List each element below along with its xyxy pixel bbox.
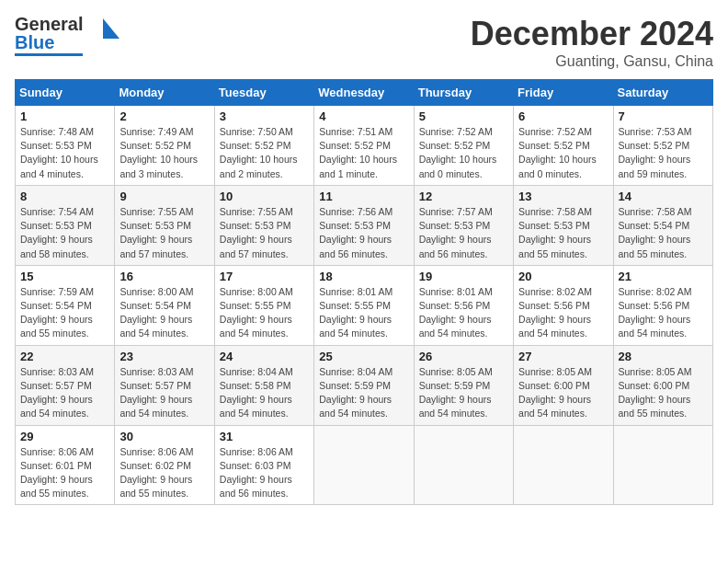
calendar-cell: 7Sunrise: 7:53 AMSunset: 5:52 PMDaylight…: [613, 106, 712, 186]
day-number: 19: [419, 270, 508, 283]
calendar-body: 1Sunrise: 7:48 AMSunset: 5:53 PMDaylight…: [16, 106, 713, 505]
calendar-cell: 1Sunrise: 7:48 AMSunset: 5:53 PMDaylight…: [16, 106, 115, 186]
header-thursday: Thursday: [414, 80, 513, 106]
calendar-cell: 8Sunrise: 7:54 AMSunset: 5:53 PMDaylight…: [16, 185, 115, 265]
day-number: 9: [119, 190, 209, 203]
day-number: 27: [518, 350, 608, 363]
day-info: Sunrise: 7:58 AMSunset: 5:53 PMDaylight:…: [518, 205, 608, 261]
day-number: 10: [220, 190, 309, 203]
calendar-cell: [613, 425, 712, 505]
day-info: Sunrise: 7:49 AMSunset: 5:52 PMDaylight:…: [119, 125, 209, 181]
day-number: 6: [518, 109, 608, 123]
calendar-cell: 29Sunrise: 8:06 AMSunset: 6:01 PMDayligh…: [16, 425, 115, 505]
day-info: Sunrise: 7:48 AMSunset: 5:53 PMDaylight:…: [20, 125, 109, 181]
header-wednesday: Wednesday: [314, 80, 414, 106]
day-info: Sunrise: 7:52 AMSunset: 5:52 PMDaylight:…: [518, 125, 608, 181]
calendar-week-row: 15Sunrise: 7:59 AMSunset: 5:54 PMDayligh…: [16, 265, 713, 345]
day-number: 13: [518, 190, 608, 203]
title-block: December 2024 Guanting, Gansu, China: [471, 15, 713, 70]
calendar-cell: 28Sunrise: 8:05 AMSunset: 6:00 PMDayligh…: [613, 345, 712, 425]
day-info: Sunrise: 7:55 AMSunset: 5:53 PMDaylight:…: [220, 205, 309, 261]
logo-underline: [15, 53, 83, 56]
calendar-cell: 12Sunrise: 7:57 AMSunset: 5:53 PMDayligh…: [414, 185, 513, 265]
calendar-cell: 20Sunrise: 8:02 AMSunset: 5:56 PMDayligh…: [514, 265, 613, 345]
day-number: 23: [119, 350, 209, 363]
day-info: Sunrise: 8:05 AMSunset: 6:00 PMDaylight:…: [619, 365, 708, 421]
logo-blue-text: Blue: [15, 33, 83, 52]
calendar-cell: 16Sunrise: 8:00 AMSunset: 5:54 PMDayligh…: [115, 265, 214, 345]
day-number: 18: [319, 270, 408, 283]
calendar-cell: [514, 425, 613, 505]
day-info: Sunrise: 7:53 AMSunset: 5:52 PMDaylight:…: [619, 125, 708, 181]
calendar-cell: 13Sunrise: 7:58 AMSunset: 5:53 PMDayligh…: [514, 185, 613, 265]
calendar-cell: 31Sunrise: 8:06 AMSunset: 6:03 PMDayligh…: [214, 425, 313, 505]
calendar-cell: 5Sunrise: 7:52 AMSunset: 5:52 PMDaylight…: [414, 106, 513, 186]
day-info: Sunrise: 8:00 AMSunset: 5:55 PMDaylight:…: [220, 285, 309, 341]
logo-general-text: General: [15, 15, 83, 33]
calendar-week-row: 29Sunrise: 8:06 AMSunset: 6:01 PMDayligh…: [16, 425, 713, 505]
calendar-cell: 2Sunrise: 7:49 AMSunset: 5:52 PMDaylight…: [115, 106, 214, 186]
header-saturday: Saturday: [613, 80, 712, 106]
day-number: 31: [220, 430, 309, 443]
calendar-cell: 26Sunrise: 8:05 AMSunset: 5:59 PMDayligh…: [414, 345, 513, 425]
calendar-week-row: 1Sunrise: 7:48 AMSunset: 5:53 PMDaylight…: [16, 106, 713, 186]
day-number: 5: [419, 109, 508, 123]
calendar-cell: 24Sunrise: 8:04 AMSunset: 5:58 PMDayligh…: [214, 345, 313, 425]
day-number: 1: [20, 109, 109, 123]
day-number: 17: [220, 270, 309, 283]
day-info: Sunrise: 8:05 AMSunset: 6:00 PMDaylight:…: [518, 365, 608, 421]
day-info: Sunrise: 8:06 AMSunset: 6:01 PMDaylight:…: [20, 445, 109, 501]
day-info: Sunrise: 7:55 AMSunset: 5:53 PMDaylight:…: [119, 205, 209, 261]
day-info: Sunrise: 7:58 AMSunset: 5:54 PMDaylight:…: [619, 205, 708, 261]
day-number: 21: [619, 270, 708, 283]
calendar-cell: 18Sunrise: 8:01 AMSunset: 5:55 PMDayligh…: [314, 265, 414, 345]
calendar-cell: 15Sunrise: 7:59 AMSunset: 5:54 PMDayligh…: [16, 265, 115, 345]
header-monday: Monday: [115, 80, 214, 106]
day-info: Sunrise: 7:54 AMSunset: 5:53 PMDaylight:…: [20, 205, 109, 261]
day-number: 29: [20, 430, 109, 443]
day-info: Sunrise: 7:57 AMSunset: 5:53 PMDaylight:…: [419, 205, 508, 261]
month-year-title: December 2024: [471, 15, 713, 53]
calendar-cell: 10Sunrise: 7:55 AMSunset: 5:53 PMDayligh…: [214, 185, 313, 265]
day-info: Sunrise: 8:03 AMSunset: 5:57 PMDaylight:…: [20, 365, 109, 421]
day-number: 16: [119, 270, 209, 283]
day-info: Sunrise: 8:04 AMSunset: 5:59 PMDaylight:…: [319, 365, 408, 421]
calendar-cell: 22Sunrise: 8:03 AMSunset: 5:57 PMDayligh…: [16, 345, 115, 425]
day-number: 3: [220, 109, 309, 123]
calendar-table: Sunday Monday Tuesday Wednesday Thursday…: [15, 79, 713, 505]
calendar-cell: 27Sunrise: 8:05 AMSunset: 6:00 PMDayligh…: [514, 345, 613, 425]
calendar-cell: 14Sunrise: 7:58 AMSunset: 5:54 PMDayligh…: [613, 185, 712, 265]
calendar-cell: 6Sunrise: 7:52 AMSunset: 5:52 PMDaylight…: [514, 106, 613, 186]
day-number: 7: [619, 109, 708, 123]
calendar-cell: 19Sunrise: 8:01 AMSunset: 5:56 PMDayligh…: [414, 265, 513, 345]
day-number: 26: [419, 350, 508, 363]
header-friday: Friday: [514, 80, 613, 106]
day-number: 30: [119, 430, 209, 443]
header-tuesday: Tuesday: [214, 80, 313, 106]
day-info: Sunrise: 7:52 AMSunset: 5:52 PMDaylight:…: [419, 125, 508, 181]
day-number: 2: [119, 109, 209, 123]
calendar-cell: 21Sunrise: 8:02 AMSunset: 5:56 PMDayligh…: [613, 265, 712, 345]
day-info: Sunrise: 8:03 AMSunset: 5:57 PMDaylight:…: [119, 365, 209, 421]
day-number: 15: [20, 270, 109, 283]
calendar-week-row: 8Sunrise: 7:54 AMSunset: 5:53 PMDaylight…: [16, 185, 713, 265]
day-number: 24: [220, 350, 309, 363]
day-number: 4: [319, 109, 408, 123]
day-number: 20: [518, 270, 608, 283]
day-info: Sunrise: 8:05 AMSunset: 5:59 PMDaylight:…: [419, 365, 508, 421]
calendar-cell: 30Sunrise: 8:06 AMSunset: 6:02 PMDayligh…: [115, 425, 214, 505]
day-number: 11: [319, 190, 408, 203]
day-info: Sunrise: 8:01 AMSunset: 5:55 PMDaylight:…: [319, 285, 408, 341]
calendar-cell: 25Sunrise: 8:04 AMSunset: 5:59 PMDayligh…: [314, 345, 414, 425]
calendar-header: Sunday Monday Tuesday Wednesday Thursday…: [16, 80, 713, 106]
weekday-header-row: Sunday Monday Tuesday Wednesday Thursday…: [16, 80, 713, 106]
day-info: Sunrise: 7:56 AMSunset: 5:53 PMDaylight:…: [319, 205, 408, 261]
header-sunday: Sunday: [16, 80, 115, 106]
day-number: 14: [619, 190, 708, 203]
day-info: Sunrise: 7:59 AMSunset: 5:54 PMDaylight:…: [20, 285, 109, 341]
day-info: Sunrise: 8:02 AMSunset: 5:56 PMDaylight:…: [619, 285, 708, 341]
day-info: Sunrise: 8:06 AMSunset: 6:03 PMDaylight:…: [220, 445, 309, 501]
day-info: Sunrise: 8:06 AMSunset: 6:02 PMDaylight:…: [119, 445, 209, 501]
day-number: 12: [419, 190, 508, 203]
day-info: Sunrise: 8:01 AMSunset: 5:56 PMDaylight:…: [419, 285, 508, 341]
